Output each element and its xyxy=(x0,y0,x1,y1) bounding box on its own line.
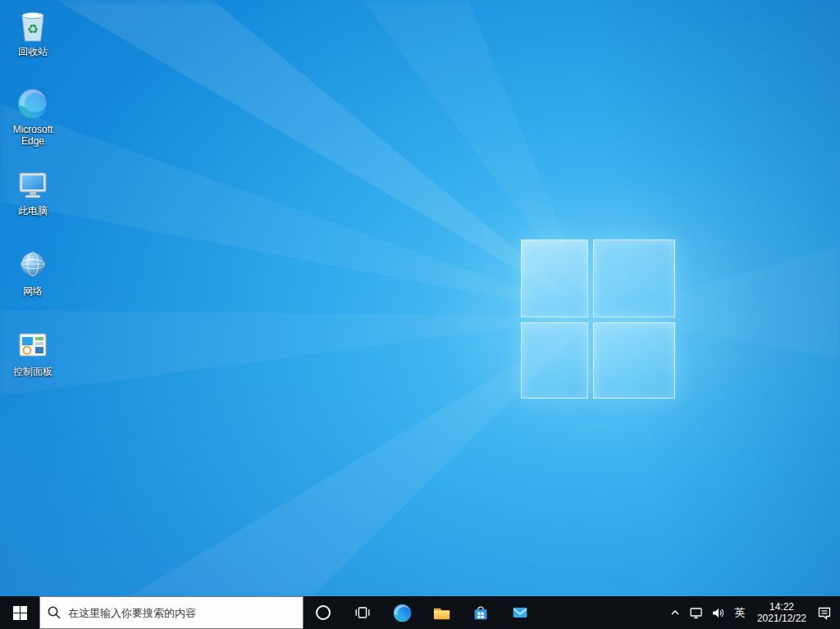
microsoft-store-button[interactable] xyxy=(461,596,500,629)
globe-network-icon xyxy=(13,246,52,284)
taskbar: 英 14:22 2021/12/22 xyxy=(0,596,840,629)
icon-label: 回收站 xyxy=(2,46,63,57)
taskbar-clock[interactable]: 14:22 2021/12/22 xyxy=(751,596,813,629)
control-panel-icon xyxy=(13,326,52,364)
cortana-icon xyxy=(314,604,332,622)
desktop-icon-control-panel[interactable]: 控制面板 xyxy=(2,326,63,377)
clock-time: 14:22 xyxy=(757,601,806,613)
logo-pane xyxy=(593,239,675,317)
action-center-button[interactable] xyxy=(813,596,836,629)
folder-icon xyxy=(431,603,452,623)
svg-text:♻: ♻ xyxy=(27,22,39,36)
system-tray: 英 14:22 2021/12/22 xyxy=(665,596,840,629)
logo-pane xyxy=(521,322,588,399)
recycle-bin-icon: ♻ xyxy=(13,7,52,44)
edge-taskbar-button[interactable] xyxy=(382,596,422,629)
edge-icon xyxy=(392,603,413,623)
icon-label: 网络 xyxy=(2,285,63,297)
taskbar-search-box[interactable] xyxy=(39,596,304,629)
ethernet-network-icon xyxy=(689,606,703,620)
clock-date: 2021/12/22 xyxy=(757,613,806,624)
icon-label: Microsoft Edge xyxy=(2,124,63,147)
computer-icon xyxy=(13,166,52,203)
network-status-button[interactable] xyxy=(685,596,707,629)
edge-icon xyxy=(13,84,52,122)
task-view-icon xyxy=(354,604,372,622)
desktop-icon-recycle-bin[interactable]: ♻ 回收站 xyxy=(2,7,63,57)
task-view-button[interactable] xyxy=(343,596,382,629)
search-icon xyxy=(47,605,62,620)
tray-overflow-button[interactable] xyxy=(665,596,685,629)
cortana-button[interactable] xyxy=(304,596,343,629)
speaker-icon xyxy=(711,606,725,620)
logo-pane xyxy=(593,322,675,399)
chevron-up-icon xyxy=(669,607,681,618)
file-explorer-button[interactable] xyxy=(422,596,461,629)
store-icon xyxy=(471,603,491,622)
mail-button[interactable] xyxy=(500,596,540,629)
logo-pane xyxy=(521,239,588,317)
mail-icon xyxy=(510,603,530,622)
start-button[interactable] xyxy=(0,596,39,629)
desktop-wallpaper: ♻ 回收站 Microsoft Edge xyxy=(0,0,840,596)
windows-start-icon xyxy=(13,606,27,620)
icon-label: 此电脑 xyxy=(2,205,63,217)
search-input[interactable] xyxy=(68,607,296,619)
action-center-icon xyxy=(817,605,832,620)
ime-indicator[interactable]: 英 xyxy=(729,596,751,629)
icon-label: 控制面板 xyxy=(2,366,63,377)
desktop-icon-this-pc[interactable]: 此电脑 xyxy=(2,166,63,217)
volume-button[interactable] xyxy=(707,596,729,629)
desktop-icon-microsoft-edge[interactable]: Microsoft Edge xyxy=(2,84,63,147)
windows-logo-watermark xyxy=(521,239,675,399)
desktop-icon-network[interactable]: 网络 xyxy=(2,246,63,297)
